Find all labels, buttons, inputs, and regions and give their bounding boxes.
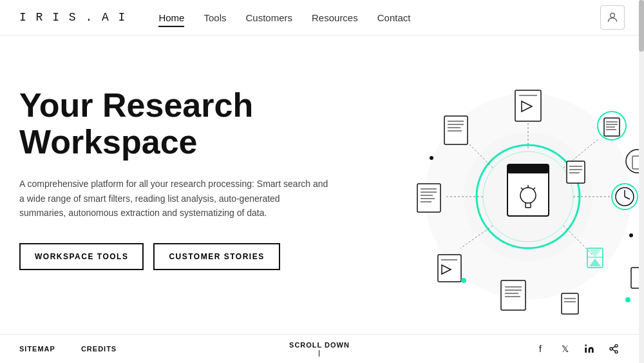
customer-stories-button[interactable]: CUSTOMER STORIES (153, 243, 279, 270)
svg-line-79 (612, 346, 616, 348)
svg-point-66 (625, 297, 630, 302)
hero-illustration (335, 55, 644, 338)
nav-resources[interactable]: Resources (312, 12, 358, 23)
scroll-indicator (319, 350, 320, 357)
nav-contact[interactable]: Contact (377, 12, 411, 23)
nav-home[interactable]: Home (158, 12, 184, 23)
workspace-tools-button[interactable]: WORKSPACE TOOLS (19, 243, 144, 270)
svg-rect-62 (562, 293, 578, 314)
scroll-down: SCROLL DOWN (289, 341, 350, 357)
social-links: f 𝕏 (535, 343, 620, 355)
logo: I R I S . A I (19, 11, 126, 24)
user-account-icon[interactable] (600, 5, 625, 30)
svg-point-67 (461, 278, 466, 283)
hero-title: Your Research Workspace (19, 87, 354, 161)
svg-point-76 (610, 348, 612, 350)
facebook-icon[interactable]: f (535, 343, 546, 355)
svg-point-74 (585, 344, 587, 346)
svg-line-78 (612, 349, 616, 351)
svg-point-77 (615, 351, 618, 353)
svg-point-75 (615, 344, 618, 347)
svg-rect-6 (507, 164, 549, 173)
svg-point-68 (430, 156, 433, 160)
svg-point-0 (611, 13, 615, 17)
hero-description: A comprehensive platform for all your re… (19, 177, 328, 220)
svg-rect-21 (515, 90, 541, 121)
header: I R I S . A I Home Tools Customers Resou… (0, 0, 644, 35)
credits-link[interactable]: CREDITS (81, 345, 117, 353)
svg-rect-52 (444, 116, 468, 144)
share-icon[interactable] (608, 343, 620, 355)
svg-rect-57 (567, 161, 585, 183)
navigation: Home Tools Customers Resources Contact (158, 12, 410, 23)
svg-rect-38 (501, 280, 526, 310)
linkedin-icon[interactable] (583, 343, 595, 355)
scrollbar-thumb[interactable] (639, 0, 644, 52)
cta-buttons: WORKSPACE TOOLS CUSTOMER STORIES (19, 243, 354, 270)
svg-rect-46 (417, 184, 440, 212)
svg-point-69 (629, 233, 633, 237)
nav-tools[interactable]: Tools (204, 12, 226, 23)
footer: SITEMAP CREDITS SCROLL DOWN f 𝕏 (0, 334, 639, 363)
hero-section: Your Research Workspace A comprehensive … (19, 74, 354, 334)
header-right (600, 5, 625, 30)
footer-links: SITEMAP CREDITS (19, 345, 117, 353)
nav-customers[interactable]: Customers (245, 12, 292, 23)
main-content: Your Research Workspace A comprehensive … (0, 35, 644, 334)
twitter-icon[interactable]: 𝕏 (559, 343, 571, 355)
sitemap-link[interactable]: SITEMAP (19, 345, 55, 353)
scrollbar[interactable] (639, 0, 644, 363)
